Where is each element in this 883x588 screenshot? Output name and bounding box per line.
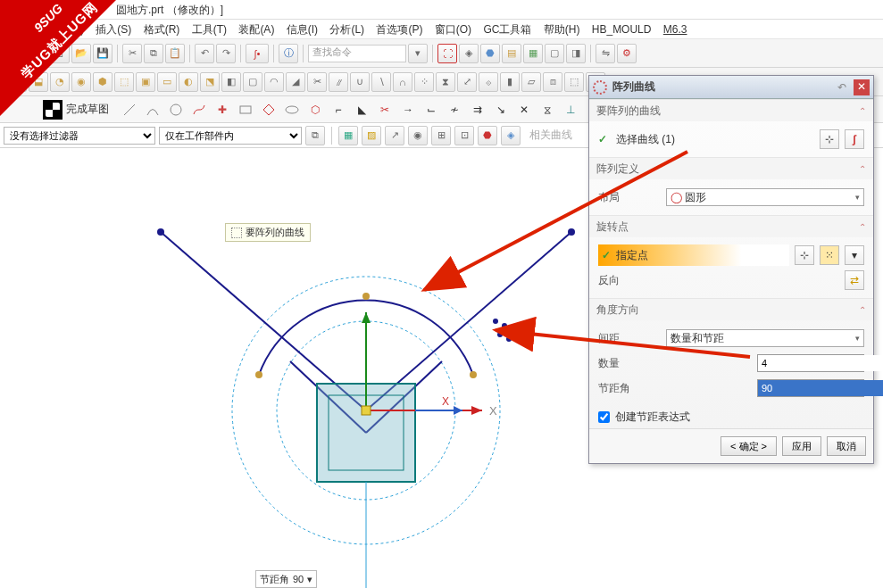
quick-trim-icon[interactable]: ≁ [445, 100, 464, 120]
pocket-icon[interactable]: ⬚ [114, 72, 134, 92]
menu-format[interactable]: 格式(R) [144, 23, 180, 36]
dialog-reset-icon[interactable]: ↶ [834, 79, 850, 95]
menu-assembly[interactable]: 装配(A) [238, 23, 274, 36]
point-constructor-icon[interactable]: ⊹ [795, 245, 814, 265]
count-input[interactable]: ▼ [757, 354, 864, 372]
filter-btn7-icon[interactable]: ⊡ [454, 126, 474, 145]
rib-icon[interactable]: ⬔ [200, 72, 220, 92]
constraint-icon[interactable]: ⊥ [561, 100, 580, 120]
menu-help[interactable]: 帮助(H) [544, 23, 580, 36]
scale-icon[interactable]: ⤢ [457, 72, 477, 92]
intersect2-icon[interactable]: ✕ [514, 100, 534, 120]
mirror2-icon[interactable]: ⧗ [436, 72, 455, 92]
selection-filter[interactable]: 没有选择过滤器 [4, 127, 155, 145]
fit-icon[interactable]: ⛶ [437, 44, 457, 63]
dialog-close-icon[interactable]: ✕ [854, 79, 870, 95]
point-picker-icon[interactable]: ⊹ [820, 129, 839, 149]
filter-btn5-icon[interactable]: ◉ [408, 126, 428, 145]
point-dialog-icon[interactable]: ⁙ [820, 245, 839, 265]
chamfer-icon[interactable]: ◢ [286, 72, 305, 92]
thicken-icon[interactable]: ▮ [500, 72, 520, 92]
filter-btn4-icon[interactable]: ↗ [385, 126, 404, 145]
collapse-icon[interactable]: ⌃ [859, 222, 866, 232]
filter-btn9-icon[interactable]: ◈ [501, 126, 521, 145]
layer-icon[interactable]: ▤ [502, 44, 521, 63]
blend-icon[interactable]: ◠ [264, 72, 284, 92]
extend-icon[interactable]: → [398, 100, 418, 120]
polygon-icon[interactable] [259, 100, 279, 120]
create-expr-checkbox[interactable] [598, 411, 610, 423]
fillet-icon[interactable]: ⌐ [329, 100, 348, 120]
spacing-select[interactable]: 数量和节距▾ [666, 329, 864, 347]
cancel-button[interactable]: 取消 [827, 436, 866, 456]
assembly-icon[interactable]: ⚙ [617, 44, 637, 63]
apply-button[interactable]: 应用 [782, 436, 821, 456]
filter-btn2-icon[interactable]: ▦ [338, 126, 358, 145]
menu-window[interactable]: 窗口(O) [435, 23, 471, 36]
menu-gc[interactable]: GC工具箱 [483, 23, 531, 36]
collapse-icon[interactable]: ⌃ [859, 106, 866, 116]
mirror-icon[interactable]: ⇋ [596, 44, 615, 63]
specify-point-button[interactable]: 指定点 [598, 244, 789, 266]
menu-prefs[interactable]: 首选项(P) [376, 23, 422, 36]
menu-analysis[interactable]: 分析(L) [329, 23, 364, 36]
intersect-icon[interactable]: ∩ [393, 72, 412, 92]
filter-btn1-icon[interactable]: ⧉ [305, 126, 325, 145]
search-dd-icon[interactable]: ▾ [408, 44, 428, 63]
mirror3-icon[interactable]: ⧖ [537, 100, 557, 120]
reverse-dir-icon[interactable]: ⇄ [845, 270, 864, 290]
groove-icon[interactable]: ◐ [179, 72, 198, 92]
undo-icon[interactable]: ↶ [195, 44, 214, 63]
spline-icon[interactable] [189, 100, 209, 120]
filter-btn8-icon[interactable]: ⬣ [478, 126, 497, 145]
copy-icon[interactable]: ⧉ [144, 44, 163, 63]
filter-btn3-icon[interactable]: ▨ [362, 126, 381, 145]
command-search[interactable]: 查找命令 [308, 45, 406, 62]
arc-icon[interactable] [143, 100, 162, 120]
point-dd-icon[interactable]: ▾ [845, 245, 864, 265]
layout-select[interactable]: ◯ 圆形▾ [666, 188, 864, 206]
slot-icon[interactable]: ▭ [157, 72, 177, 92]
cut-icon[interactable]: ✂ [122, 44, 142, 63]
split-icon[interactable]: ⫽ [329, 72, 348, 92]
pad-icon[interactable]: ▣ [136, 72, 155, 92]
view-iso-icon[interactable]: ◈ [459, 44, 479, 63]
unite-icon[interactable]: ∪ [350, 72, 370, 92]
point-icon[interactable]: ✚ [212, 100, 232, 120]
ellipse-icon[interactable] [282, 100, 302, 120]
info-toggle-icon[interactable]: ⓘ [279, 44, 298, 63]
wcs-icon[interactable]: ▦ [523, 44, 543, 63]
subtract-icon[interactable]: ∖ [371, 72, 391, 92]
curve-tool-icon[interactable]: ∫• [246, 44, 269, 63]
curve-type-icon[interactable]: ∫ [845, 129, 864, 149]
trim2-icon[interactable]: ✂ [375, 100, 395, 120]
collapse-icon[interactable]: ⌃ [859, 164, 866, 174]
trim-icon[interactable]: ✂ [307, 72, 327, 92]
menu-m63[interactable]: M6.3 [663, 23, 687, 36]
draft-icon[interactable]: ◧ [221, 72, 241, 92]
select-curve-label[interactable]: 选择曲线 (1) [616, 132, 814, 147]
sew-icon[interactable]: ⧈ [543, 72, 562, 92]
line-icon[interactable] [120, 100, 139, 120]
offset2-icon[interactable]: ⇉ [468, 100, 487, 120]
menu-info[interactable]: 信息(I) [287, 23, 318, 36]
pitch-angle-readout[interactable]: 节距角 90▾ [255, 570, 317, 588]
paste-icon[interactable]: 📋 [165, 44, 185, 63]
shell-icon[interactable]: ▢ [243, 72, 262, 92]
pattern-icon[interactable]: ⁘ [414, 72, 434, 92]
profile-icon[interactable]: ⬡ [305, 100, 325, 120]
edge-icon[interactable]: ▢ [545, 44, 564, 63]
rect-icon[interactable] [236, 100, 255, 120]
redo-icon[interactable]: ↷ [216, 44, 236, 63]
circle-icon[interactable] [166, 100, 186, 120]
clip-icon[interactable]: ◨ [566, 44, 586, 63]
project-icon[interactable]: ↘ [491, 100, 511, 120]
menu-tools[interactable]: 工具(T) [192, 23, 227, 36]
pitch-input[interactable]: deg ▼ [757, 379, 864, 397]
collapse-icon[interactable]: ⌃ [859, 305, 866, 315]
offset-icon[interactable]: ⟐ [479, 72, 498, 92]
sheet-icon[interactable]: ▱ [521, 72, 541, 92]
shade-icon[interactable]: ⬣ [480, 44, 500, 63]
corner-icon[interactable]: ⌙ [421, 100, 441, 120]
ok-button[interactable]: < 确定 > [721, 436, 777, 456]
